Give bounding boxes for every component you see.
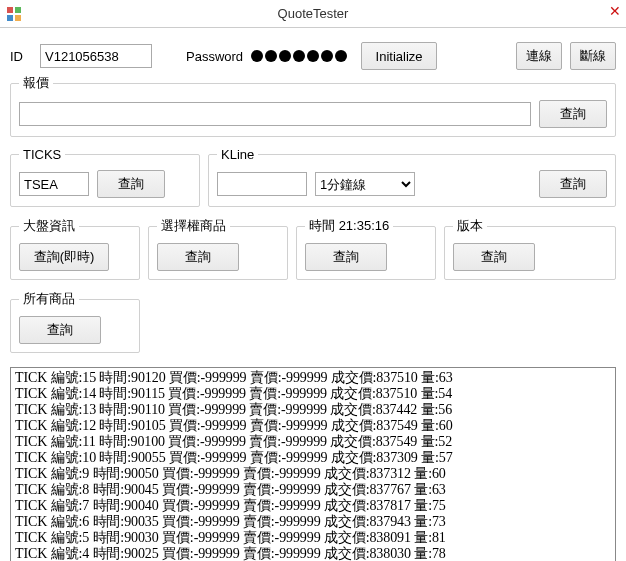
svg-rect-1 — [15, 7, 21, 13]
log-line: TICK 編號:11 時間:90100 買價:-999999 賣價:-99999… — [15, 434, 611, 450]
log-line: TICK 編號:6 時間:90035 買價:-999999 賣價:-999999… — [15, 514, 611, 530]
password-dot — [293, 50, 305, 62]
close-icon[interactable]: ✕ — [604, 0, 626, 28]
log-output[interactable]: TICK 編號:15 時間:90120 買價:-999999 賣價:-99999… — [10, 367, 616, 561]
app-icon — [6, 6, 22, 22]
svg-rect-2 — [7, 15, 13, 21]
quote-input[interactable] — [19, 102, 531, 126]
log-line: TICK 編號:8 時間:90045 買價:-999999 賣價:-999999… — [15, 482, 611, 498]
id-label: ID — [10, 49, 32, 64]
password-dot — [251, 50, 263, 62]
market-legend: 大盤資訊 — [19, 217, 79, 235]
ticks-input[interactable] — [19, 172, 89, 196]
ticks-legend: TICKS — [19, 147, 65, 162]
titlebar: QuoteTester ✕ — [0, 0, 626, 28]
password-input[interactable] — [251, 44, 353, 68]
log-line: TICK 編號:12 時間:90105 買價:-999999 賣價:-99999… — [15, 418, 611, 434]
password-dot — [335, 50, 347, 62]
kline-query-button[interactable]: 查詢 — [539, 170, 607, 198]
time-query-button[interactable]: 查詢 — [305, 243, 387, 271]
disconnect-button[interactable]: 斷線 — [570, 42, 616, 70]
version-query-button[interactable]: 查詢 — [453, 243, 535, 271]
connect-button[interactable]: 連線 — [516, 42, 562, 70]
password-dot — [265, 50, 277, 62]
password-dot — [321, 50, 333, 62]
time-group: 時間 21:35:16 查詢 — [296, 217, 436, 280]
version-legend: 版本 — [453, 217, 487, 235]
market-query-button[interactable]: 查詢(即時) — [19, 243, 109, 271]
kline-legend: KLine — [217, 147, 258, 162]
kline-group: KLine 1分鐘線 查詢 — [208, 147, 616, 207]
time-legend: 時間 21:35:16 — [305, 217, 393, 235]
password-dot — [279, 50, 291, 62]
option-query-button[interactable]: 查詢 — [157, 243, 239, 271]
log-line: TICK 編號:13 時間:90110 買價:-999999 賣價:-99999… — [15, 402, 611, 418]
window-title: QuoteTester — [278, 6, 349, 21]
option-legend: 選擇權商品 — [157, 217, 230, 235]
svg-rect-0 — [7, 7, 13, 13]
quote-query-button[interactable]: 查詢 — [539, 100, 607, 128]
log-line: TICK 編號:10 時間:90055 買價:-999999 賣價:-99999… — [15, 450, 611, 466]
svg-rect-3 — [15, 15, 21, 21]
market-group: 大盤資訊 查詢(即時) — [10, 217, 140, 280]
option-group: 選擇權商品 查詢 — [148, 217, 288, 280]
products-group: 所有商品 查詢 — [10, 290, 140, 353]
quote-group: 報價 查詢 — [10, 74, 616, 137]
log-line: TICK 編號:15 時間:90120 買價:-999999 賣價:-99999… — [15, 370, 611, 386]
password-dot — [307, 50, 319, 62]
id-input[interactable] — [40, 44, 152, 68]
version-group: 版本 查詢 — [444, 217, 616, 280]
log-line: TICK 編號:9 時間:90050 買價:-999999 賣價:-999999… — [15, 466, 611, 482]
log-line: TICK 編號:5 時間:90030 買價:-999999 賣價:-999999… — [15, 530, 611, 546]
log-line: TICK 編號:14 時間:90115 買價:-999999 賣價:-99999… — [15, 386, 611, 402]
ticks-query-button[interactable]: 查詢 — [97, 170, 165, 198]
products-query-button[interactable]: 查詢 — [19, 316, 101, 344]
password-label: Password — [186, 49, 243, 64]
quote-legend: 報價 — [19, 74, 53, 92]
kline-input[interactable] — [217, 172, 307, 196]
kline-interval-select[interactable]: 1分鐘線 — [315, 172, 415, 196]
products-legend: 所有商品 — [19, 290, 79, 308]
initialize-button[interactable]: Initialize — [361, 42, 437, 70]
ticks-group: TICKS 查詢 — [10, 147, 200, 207]
log-line: TICK 編號:4 時間:90025 買價:-999999 賣價:-999999… — [15, 546, 611, 561]
log-line: TICK 編號:7 時間:90040 買價:-999999 賣價:-999999… — [15, 498, 611, 514]
